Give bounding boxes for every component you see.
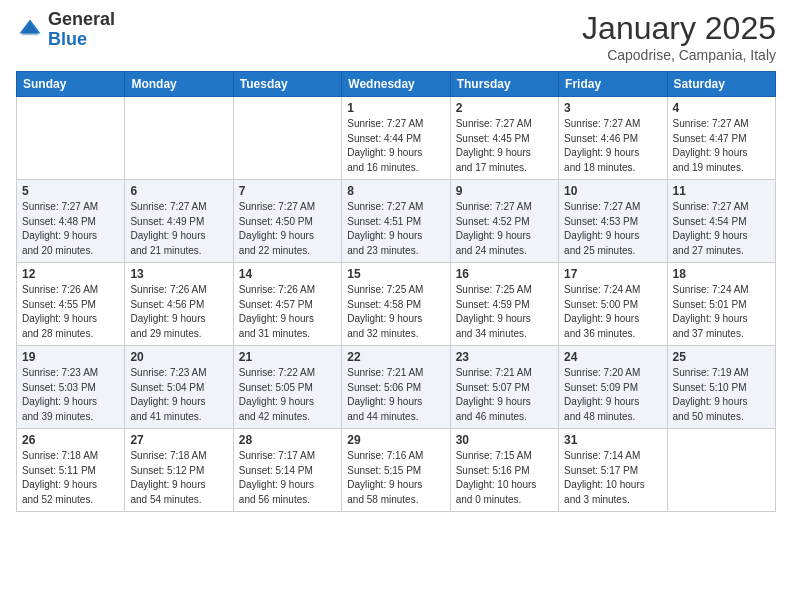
calendar-cell: 6Sunrise: 7:27 AM Sunset: 4:49 PM Daylig… <box>125 180 233 263</box>
day-number: 13 <box>130 267 227 281</box>
calendar-cell: 16Sunrise: 7:25 AM Sunset: 4:59 PM Dayli… <box>450 263 558 346</box>
calendar-cell: 21Sunrise: 7:22 AM Sunset: 5:05 PM Dayli… <box>233 346 341 429</box>
day-info: Sunrise: 7:25 AM Sunset: 4:58 PM Dayligh… <box>347 283 444 341</box>
calendar-cell: 22Sunrise: 7:21 AM Sunset: 5:06 PM Dayli… <box>342 346 450 429</box>
calendar-cell <box>667 429 775 512</box>
calendar-week: 12Sunrise: 7:26 AM Sunset: 4:55 PM Dayli… <box>17 263 776 346</box>
day-number: 4 <box>673 101 770 115</box>
day-number: 25 <box>673 350 770 364</box>
day-number: 3 <box>564 101 661 115</box>
calendar-cell <box>17 97 125 180</box>
day-number: 7 <box>239 184 336 198</box>
page: General Blue January 2025 Capodrise, Cam… <box>0 0 792 612</box>
calendar-cell: 14Sunrise: 7:26 AM Sunset: 4:57 PM Dayli… <box>233 263 341 346</box>
day-info: Sunrise: 7:18 AM Sunset: 5:11 PM Dayligh… <box>22 449 119 507</box>
calendar-cell: 2Sunrise: 7:27 AM Sunset: 4:45 PM Daylig… <box>450 97 558 180</box>
day-info: Sunrise: 7:27 AM Sunset: 4:50 PM Dayligh… <box>239 200 336 258</box>
day-info: Sunrise: 7:20 AM Sunset: 5:09 PM Dayligh… <box>564 366 661 424</box>
day-number: 18 <box>673 267 770 281</box>
day-number: 1 <box>347 101 444 115</box>
calendar-cell: 31Sunrise: 7:14 AM Sunset: 5:17 PM Dayli… <box>559 429 667 512</box>
weekday-header: Sunday <box>17 72 125 97</box>
day-info: Sunrise: 7:25 AM Sunset: 4:59 PM Dayligh… <box>456 283 553 341</box>
day-info: Sunrise: 7:27 AM Sunset: 4:45 PM Dayligh… <box>456 117 553 175</box>
calendar-table: SundayMondayTuesdayWednesdayThursdayFrid… <box>16 71 776 512</box>
day-number: 10 <box>564 184 661 198</box>
day-number: 5 <box>22 184 119 198</box>
logo-text: General Blue <box>48 10 115 50</box>
calendar-week: 26Sunrise: 7:18 AM Sunset: 5:11 PM Dayli… <box>17 429 776 512</box>
logo-icon <box>16 16 44 44</box>
day-info: Sunrise: 7:27 AM Sunset: 4:52 PM Dayligh… <box>456 200 553 258</box>
calendar-cell: 20Sunrise: 7:23 AM Sunset: 5:04 PM Dayli… <box>125 346 233 429</box>
day-number: 26 <box>22 433 119 447</box>
calendar-cell: 27Sunrise: 7:18 AM Sunset: 5:12 PM Dayli… <box>125 429 233 512</box>
day-number: 9 <box>456 184 553 198</box>
day-info: Sunrise: 7:24 AM Sunset: 5:01 PM Dayligh… <box>673 283 770 341</box>
location-subtitle: Capodrise, Campania, Italy <box>582 47 776 63</box>
day-info: Sunrise: 7:27 AM Sunset: 4:44 PM Dayligh… <box>347 117 444 175</box>
logo-general: General <box>48 10 115 30</box>
weekday-header: Monday <box>125 72 233 97</box>
day-number: 20 <box>130 350 227 364</box>
day-info: Sunrise: 7:27 AM Sunset: 4:47 PM Dayligh… <box>673 117 770 175</box>
day-number: 30 <box>456 433 553 447</box>
day-number: 24 <box>564 350 661 364</box>
day-number: 23 <box>456 350 553 364</box>
day-info: Sunrise: 7:14 AM Sunset: 5:17 PM Dayligh… <box>564 449 661 507</box>
calendar-cell: 1Sunrise: 7:27 AM Sunset: 4:44 PM Daylig… <box>342 97 450 180</box>
day-number: 14 <box>239 267 336 281</box>
day-info: Sunrise: 7:21 AM Sunset: 5:07 PM Dayligh… <box>456 366 553 424</box>
logo-blue: Blue <box>48 30 115 50</box>
month-title: January 2025 <box>582 10 776 47</box>
header-row: SundayMondayTuesdayWednesdayThursdayFrid… <box>17 72 776 97</box>
calendar-cell: 12Sunrise: 7:26 AM Sunset: 4:55 PM Dayli… <box>17 263 125 346</box>
calendar-cell: 29Sunrise: 7:16 AM Sunset: 5:15 PM Dayli… <box>342 429 450 512</box>
day-info: Sunrise: 7:27 AM Sunset: 4:49 PM Dayligh… <box>130 200 227 258</box>
logo: General Blue <box>16 10 115 50</box>
day-number: 16 <box>456 267 553 281</box>
day-info: Sunrise: 7:27 AM Sunset: 4:48 PM Dayligh… <box>22 200 119 258</box>
calendar-cell <box>233 97 341 180</box>
day-info: Sunrise: 7:18 AM Sunset: 5:12 PM Dayligh… <box>130 449 227 507</box>
calendar-cell: 28Sunrise: 7:17 AM Sunset: 5:14 PM Dayli… <box>233 429 341 512</box>
title-block: January 2025 Capodrise, Campania, Italy <box>582 10 776 63</box>
day-info: Sunrise: 7:27 AM Sunset: 4:46 PM Dayligh… <box>564 117 661 175</box>
calendar-cell: 11Sunrise: 7:27 AM Sunset: 4:54 PM Dayli… <box>667 180 775 263</box>
calendar-cell: 17Sunrise: 7:24 AM Sunset: 5:00 PM Dayli… <box>559 263 667 346</box>
calendar-cell: 23Sunrise: 7:21 AM Sunset: 5:07 PM Dayli… <box>450 346 558 429</box>
calendar-cell: 8Sunrise: 7:27 AM Sunset: 4:51 PM Daylig… <box>342 180 450 263</box>
weekday-header: Thursday <box>450 72 558 97</box>
calendar-cell: 3Sunrise: 7:27 AM Sunset: 4:46 PM Daylig… <box>559 97 667 180</box>
day-number: 31 <box>564 433 661 447</box>
day-info: Sunrise: 7:24 AM Sunset: 5:00 PM Dayligh… <box>564 283 661 341</box>
day-info: Sunrise: 7:27 AM Sunset: 4:54 PM Dayligh… <box>673 200 770 258</box>
calendar-cell: 5Sunrise: 7:27 AM Sunset: 4:48 PM Daylig… <box>17 180 125 263</box>
day-info: Sunrise: 7:22 AM Sunset: 5:05 PM Dayligh… <box>239 366 336 424</box>
calendar-cell: 7Sunrise: 7:27 AM Sunset: 4:50 PM Daylig… <box>233 180 341 263</box>
day-number: 19 <box>22 350 119 364</box>
day-number: 28 <box>239 433 336 447</box>
calendar-cell: 4Sunrise: 7:27 AM Sunset: 4:47 PM Daylig… <box>667 97 775 180</box>
day-info: Sunrise: 7:27 AM Sunset: 4:53 PM Dayligh… <box>564 200 661 258</box>
day-number: 2 <box>456 101 553 115</box>
calendar-cell: 10Sunrise: 7:27 AM Sunset: 4:53 PM Dayli… <box>559 180 667 263</box>
day-number: 17 <box>564 267 661 281</box>
calendar-cell: 24Sunrise: 7:20 AM Sunset: 5:09 PM Dayli… <box>559 346 667 429</box>
day-info: Sunrise: 7:17 AM Sunset: 5:14 PM Dayligh… <box>239 449 336 507</box>
day-info: Sunrise: 7:26 AM Sunset: 4:56 PM Dayligh… <box>130 283 227 341</box>
day-info: Sunrise: 7:26 AM Sunset: 4:57 PM Dayligh… <box>239 283 336 341</box>
day-number: 12 <box>22 267 119 281</box>
calendar-week: 19Sunrise: 7:23 AM Sunset: 5:03 PM Dayli… <box>17 346 776 429</box>
calendar-cell: 13Sunrise: 7:26 AM Sunset: 4:56 PM Dayli… <box>125 263 233 346</box>
day-info: Sunrise: 7:26 AM Sunset: 4:55 PM Dayligh… <box>22 283 119 341</box>
day-number: 22 <box>347 350 444 364</box>
day-number: 8 <box>347 184 444 198</box>
calendar-cell: 15Sunrise: 7:25 AM Sunset: 4:58 PM Dayli… <box>342 263 450 346</box>
header: General Blue January 2025 Capodrise, Cam… <box>16 10 776 63</box>
day-number: 6 <box>130 184 227 198</box>
calendar-cell: 9Sunrise: 7:27 AM Sunset: 4:52 PM Daylig… <box>450 180 558 263</box>
day-number: 11 <box>673 184 770 198</box>
day-number: 27 <box>130 433 227 447</box>
calendar-week: 1Sunrise: 7:27 AM Sunset: 4:44 PM Daylig… <box>17 97 776 180</box>
